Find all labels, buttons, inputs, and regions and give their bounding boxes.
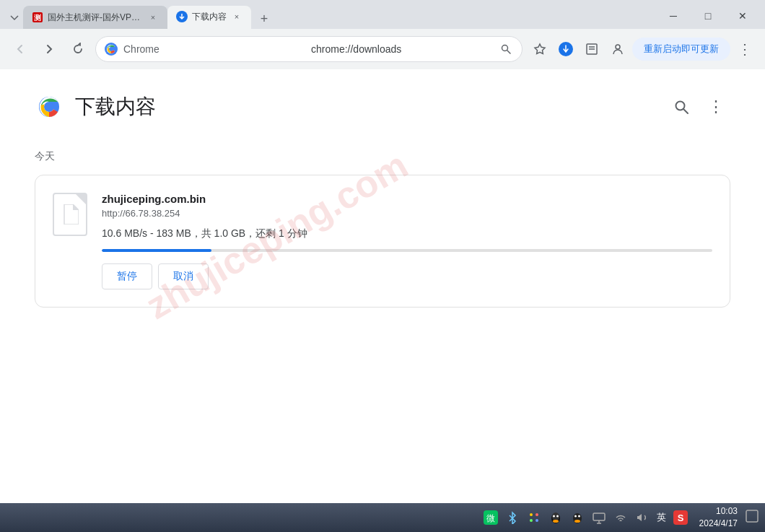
- omnibox-url: chrome://downloads: [311, 43, 493, 55]
- svg-point-29: [553, 520, 559, 523]
- downloads-page: 下载内容 ⋮ 今天: [0, 69, 765, 532]
- download-status-icon[interactable]: [554, 38, 577, 61]
- tab-inactive[interactable]: 测 国外主机测评-国外VPS、国... ×: [23, 6, 167, 29]
- clock-date: 2024/4/17: [699, 518, 738, 530]
- svg-point-32: [578, 515, 580, 518]
- reading-list-button[interactable]: [580, 38, 603, 61]
- toolbar-right: 重新启动即可更新 ⋮: [528, 38, 756, 61]
- address-bar: Chrome chrome://downloads 重新启动即可更新 ⋮: [0, 29, 765, 69]
- tab-label-inactive: 国外主机测评-国外VPS、国...: [48, 12, 143, 24]
- language-text: 英: [657, 511, 666, 524]
- window-controls: ─ □ ✕: [657, 6, 759, 26]
- title-bar: 测 国外主机测评-国外VPS、国... × 下载内容 × + ─ □ ✕: [0, 0, 765, 29]
- tab-label-active: 下载内容: [192, 11, 227, 23]
- update-button[interactable]: 重新启动即可更新: [632, 38, 730, 61]
- minimize-button[interactable]: ─: [657, 6, 690, 26]
- qq-icon[interactable]: [547, 509, 564, 526]
- section-label: 今天: [35, 150, 730, 163]
- wechat-icon[interactable]: 微: [482, 509, 499, 526]
- taskbar-icons: 微: [482, 505, 759, 530]
- chrome-logo-icon: [35, 92, 64, 121]
- svg-point-31: [574, 515, 577, 518]
- close-button[interactable]: ✕: [726, 6, 759, 26]
- apps-icon[interactable]: [525, 509, 543, 526]
- tab-favicon-active: [176, 11, 188, 22]
- reload-button[interactable]: [66, 38, 89, 61]
- qq2-icon[interactable]: [569, 509, 586, 526]
- back-button[interactable]: [9, 38, 32, 61]
- tab-close-active[interactable]: ×: [231, 11, 242, 22]
- profile-button[interactable]: [606, 38, 629, 61]
- new-tab-button[interactable]: +: [254, 9, 274, 29]
- menu-button[interactable]: ⋮: [733, 38, 756, 61]
- omnibox[interactable]: Chrome chrome://downloads: [95, 36, 523, 62]
- taskbar: 微: [0, 503, 765, 532]
- bluetooth-icon[interactable]: [504, 509, 521, 526]
- page-title: 下载内容: [75, 93, 156, 121]
- tab-dropdown-btn[interactable]: [6, 9, 23, 26]
- pause-button[interactable]: 暂停: [102, 263, 152, 289]
- svg-point-33: [574, 520, 580, 523]
- main-area: zhujiceping.com 下载内容: [0, 69, 765, 532]
- progress-bar-fill: [102, 249, 211, 252]
- page-header: 下载内容 ⋮: [35, 92, 730, 121]
- browser-window: 测 国外主机测评-国外VPS、国... × 下载内容 × + ─ □ ✕: [0, 0, 765, 532]
- svg-point-23: [530, 519, 533, 522]
- search-downloads-button[interactable]: [667, 92, 696, 121]
- download-actions: 暂停 取消: [102, 263, 712, 289]
- language-label[interactable]: 英: [655, 509, 668, 526]
- svg-line-16: [683, 109, 688, 113]
- bookmark-star-button[interactable]: [528, 38, 551, 61]
- search-in-page-icon[interactable]: [499, 42, 513, 56]
- svg-rect-39: [746, 510, 758, 522]
- clock-time: 10:03: [699, 505, 738, 518]
- download-status: 10.6 MB/s - 183 MB，共 1.0 GB，还剩 1 分钟: [102, 227, 712, 240]
- notification-button[interactable]: [745, 509, 759, 527]
- svg-point-28: [556, 515, 559, 518]
- sogou-icon[interactable]: S: [672, 509, 689, 526]
- cancel-button[interactable]: 取消: [158, 263, 209, 289]
- more-options-button[interactable]: ⋮: [701, 92, 730, 121]
- svg-point-11: [616, 45, 620, 49]
- svg-rect-34: [593, 513, 605, 520]
- download-info: zhujiceping.com.bin http://66.78.38.254 …: [102, 193, 712, 289]
- svg-text:S: S: [677, 513, 683, 523]
- svg-text:测: 测: [34, 14, 41, 22]
- download-url: http://66.78.38.254: [102, 208, 712, 219]
- file-icon: [53, 193, 87, 236]
- svg-point-22: [536, 513, 538, 516]
- svg-point-14: [45, 103, 53, 111]
- maximize-button[interactable]: □: [691, 6, 725, 26]
- tab-active[interactable]: 下载内容 ×: [167, 6, 251, 29]
- wifi-icon[interactable]: [612, 509, 629, 526]
- omnibox-chrome-favicon: [105, 43, 118, 56]
- volume-icon[interactable]: [634, 509, 651, 526]
- header-icons: ⋮: [667, 92, 730, 121]
- svg-text:微: 微: [486, 513, 495, 523]
- svg-line-6: [507, 51, 511, 54]
- download-filename: zhujiceping.com.bin: [102, 193, 712, 205]
- forward-button[interactable]: [38, 38, 61, 61]
- update-button-label: 重新启动即可更新: [644, 43, 719, 56]
- screen-icon[interactable]: [590, 509, 608, 526]
- taskbar-time: 10:03 2024/4/17: [699, 505, 738, 530]
- download-card: zhujiceping.com.bin http://66.78.38.254 …: [35, 175, 730, 308]
- tab-close-inactive[interactable]: ×: [147, 12, 159, 23]
- tab-favicon-inactive: 测: [32, 12, 43, 23]
- svg-point-24: [536, 519, 538, 522]
- svg-point-21: [530, 513, 533, 516]
- omnibox-brand: Chrome: [123, 43, 305, 55]
- progress-bar-container: [102, 249, 712, 252]
- svg-point-27: [553, 515, 555, 518]
- svg-point-4: [110, 48, 113, 51]
